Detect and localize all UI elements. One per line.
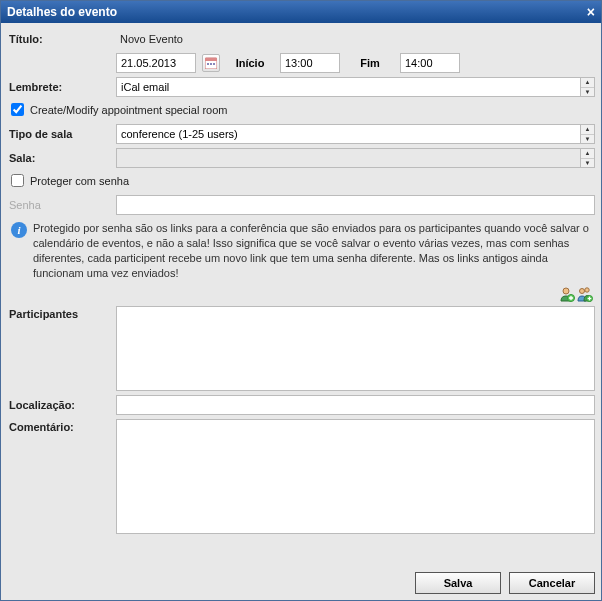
svg-rect-2 [207,63,209,65]
comment-label: Comentário: [7,419,112,433]
chevron-down-icon[interactable]: ▼ [581,88,594,97]
room-spin[interactable]: ▲ ▼ [581,148,595,168]
chevron-down-icon[interactable]: ▼ [581,159,594,168]
password-row: Senha [7,195,595,215]
chevron-up-icon[interactable]: ▲ [581,78,594,88]
close-icon[interactable]: × [587,5,595,19]
roomtype-row: Tipo de sala ▲ ▼ [7,124,595,144]
start-time-input[interactable] [280,53,340,73]
svg-rect-3 [210,63,212,65]
protect-password-checkbox[interactable] [11,174,24,187]
room-select-wrap: ▲ ▼ [116,148,595,168]
protect-row: Proteger com senha [7,172,595,191]
password-label: Senha [7,199,112,211]
svg-rect-1 [205,58,217,61]
participants-row: Participantes [7,306,595,391]
chevron-up-icon[interactable]: ▲ [581,149,594,159]
dialog-titlebar: Detalhes do evento × [1,1,601,23]
date-input[interactable] [116,53,196,73]
comment-textarea[interactable] [116,419,595,534]
comment-row: Comentário: [7,419,595,534]
start-label: Início [226,57,274,69]
protect-password-label: Proteger com senha [30,175,129,187]
location-label: Localização: [7,399,112,411]
reminder-label: Lembrete: [7,81,112,93]
roomtype-select-wrap: ▲ ▼ [116,124,595,144]
end-time-input[interactable] [400,53,460,73]
chevron-down-icon[interactable]: ▼ [581,135,594,144]
reminder-spin[interactable]: ▲ ▼ [581,77,595,97]
svg-point-5 [563,288,569,294]
location-input[interactable] [116,395,595,415]
reminder-select-wrap: ▲ ▼ [116,77,595,97]
svg-rect-4 [213,63,215,65]
participants-textarea[interactable] [116,306,595,391]
title-row: Título: [7,29,595,49]
create-modify-checkbox[interactable] [11,103,24,116]
save-button[interactable]: Salva [415,572,501,594]
info-icon: i [11,222,27,238]
calendar-icon[interactable] [202,54,220,72]
room-label: Sala: [7,152,112,164]
title-input[interactable] [116,29,595,49]
svg-point-8 [585,288,589,292]
reminder-select[interactable] [116,77,581,97]
info-text: Protegido por senha são os links para a … [33,221,591,280]
info-row: i Protegido por senha são os links para … [7,219,595,282]
date-row: Início Fim [7,53,595,73]
cancel-button[interactable]: Cancelar [509,572,595,594]
button-bar: Salva Cancelar [1,566,601,600]
room-select[interactable] [116,148,581,168]
create-modify-row: Create/Modify appointment special room [7,101,595,120]
end-label: Fim [346,57,394,69]
add-users-icon[interactable] [577,286,593,302]
date-fields: Início Fim [116,53,595,73]
password-input[interactable] [116,195,595,215]
create-modify-label: Create/Modify appointment special room [30,104,227,116]
title-label: Título: [7,33,112,45]
event-details-dialog: Detalhes do evento × Título: [0,0,602,601]
dialog-title: Detalhes do evento [7,5,117,19]
room-row: Sala: ▲ ▼ [7,148,595,168]
participants-label: Participantes [7,306,112,320]
svg-point-7 [580,289,585,294]
chevron-up-icon[interactable]: ▲ [581,125,594,135]
roomtype-select[interactable] [116,124,581,144]
add-user-icon[interactable] [559,286,575,302]
body-spacer [7,538,595,564]
reminder-row: Lembrete: ▲ ▼ [7,77,595,97]
location-row: Localização: [7,395,595,415]
dialog-body: Título: Início Fim [1,23,601,566]
participant-icons [7,286,595,302]
roomtype-spin[interactable]: ▲ ▼ [581,124,595,144]
roomtype-label: Tipo de sala [7,128,112,140]
